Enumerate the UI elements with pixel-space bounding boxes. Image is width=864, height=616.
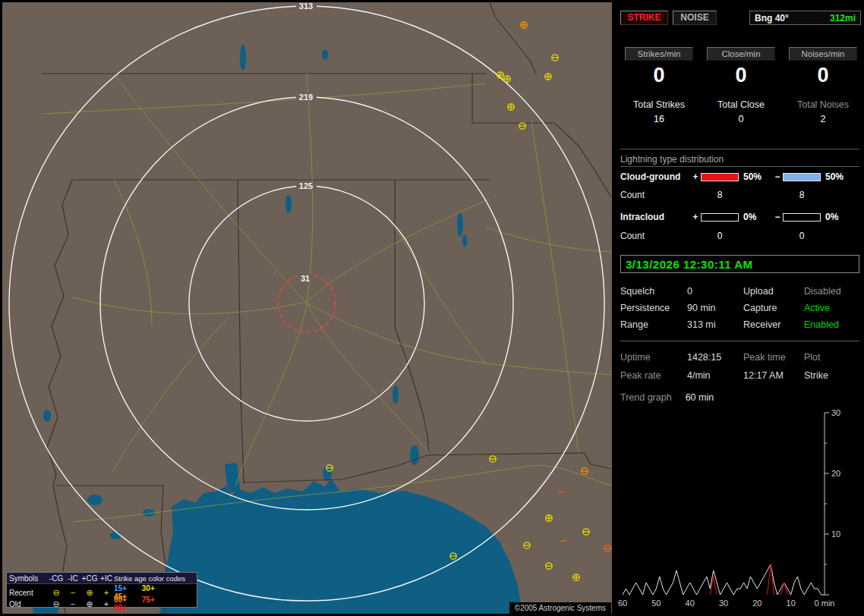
cg-pos-symbol-old-icon: ⊕ <box>80 600 99 608</box>
legend-old-label: Old <box>9 600 47 608</box>
trend-graph-header: Trend graph 60 min <box>620 392 714 403</box>
strike-marker <box>521 22 527 28</box>
ic-positive-pct: 0% <box>739 212 772 222</box>
total-close-label: Total Close <box>702 99 780 110</box>
strike-mode-button[interactable]: STRIKE <box>620 11 668 25</box>
minus-sign: − <box>772 171 783 182</box>
range-value: 313 mi <box>687 319 743 330</box>
plot-value: Strike <box>804 370 861 381</box>
upload-label: Upload <box>743 286 804 297</box>
cloud-ground-label: Cloud-ground <box>620 171 690 182</box>
svg-text:10: 10 <box>787 599 796 608</box>
trend-graph-label: Trend graph <box>620 392 672 403</box>
total-noises-label: Total Noises <box>784 99 862 110</box>
strikes-per-min-box: Strikes/min <box>625 47 693 61</box>
datetime-value: 3/13/2026 12:30:11 AM <box>626 258 753 271</box>
plot-label: Plot <box>804 352 861 363</box>
bearing-distance-value: 312mi <box>830 13 856 24</box>
datetime-display: 3/13/2026 12:30:11 AM <box>620 255 859 273</box>
ic-positive-count: 0 <box>701 231 739 241</box>
cg-negative-pct: 50% <box>821 171 851 182</box>
strike-marker <box>497 72 503 78</box>
plus-sign: + <box>690 212 701 222</box>
age-30: 30+ <box>142 584 168 592</box>
noises-per-min-value: 0 <box>784 64 862 87</box>
status-grid: Squelch 0 Upload Disabled Persistence 90… <box>620 286 861 330</box>
persistence-value: 90 min <box>687 303 743 313</box>
uptime-value: 1428:15 <box>687 352 743 363</box>
ic-pos-symbol-icon: + <box>99 589 114 597</box>
count-label: Count <box>620 190 690 200</box>
age-75: 75+ <box>142 596 168 604</box>
age-15: 15+ <box>114 584 140 592</box>
divider <box>620 149 859 149</box>
cloud-ground-row: Cloud-ground + 50% − 50% <box>620 171 851 182</box>
divider <box>620 166 859 167</box>
age-90: 90+ <box>114 604 140 612</box>
noises-per-min-box: Noises/min <box>789 47 857 61</box>
cg-positive-pct: 50% <box>739 171 772 182</box>
close-per-min-box: Close/min <box>707 47 775 61</box>
svg-text:50: 50 <box>651 599 661 608</box>
capture-label: Capture <box>743 303 804 313</box>
legend-recent-row: Recent ⊖ − ⊕ + 15+ 30+ 45+ <box>7 584 197 596</box>
legend-recent-label: Recent <box>9 589 47 597</box>
intracloud-label: Intracloud <box>620 212 690 222</box>
peak-time-value: 12:17 AM <box>743 370 804 381</box>
cg-pos-symbol-icon: ⊕ <box>80 589 99 597</box>
legend-header-row: Symbols -CG -IC +CG +IC Strike age color… <box>7 573 197 584</box>
control-panel: STRIKE NOISE Bng 40° 312mi Strikes/min C… <box>616 0 864 616</box>
rate-values: 0 0 0 <box>620 64 862 87</box>
svg-text:40: 40 <box>686 599 695 608</box>
peak-rate-value: 4/min <box>687 370 743 381</box>
strike-marker <box>546 515 552 521</box>
strike-marker <box>545 74 551 80</box>
cg-neg-symbol-icon: ⊖ <box>47 589 65 597</box>
peak-rate-label: Peak rate <box>620 370 687 381</box>
count-label: Count <box>620 231 690 241</box>
stormvue-window: 313 219 125 31 Symbols -CG -IC +CG +IC S… <box>0 0 864 616</box>
copyright-text: ©2005 Astrogenic Systems <box>509 602 611 614</box>
trend-window-value: 60 min <box>686 392 714 403</box>
ring-label-219: 219 <box>299 93 313 102</box>
distribution-title: Lightning type distribution <box>620 154 724 165</box>
receiver-value: Enabled <box>804 319 861 330</box>
cg-negative-bar <box>783 173 821 181</box>
svg-text:20: 20 <box>831 469 840 478</box>
cg-neg-symbol-old-icon: ⊖ <box>47 600 65 608</box>
noise-mode-button[interactable]: NOISE <box>673 11 717 25</box>
cloud-ground-count-row: Count 8 8 <box>620 190 851 200</box>
ic-negative-pct: 0% <box>821 212 851 222</box>
svg-text:30: 30 <box>719 599 728 608</box>
svg-text:30: 30 <box>831 408 840 417</box>
trend-graph: 1020306050403020100 min <box>618 407 861 610</box>
legend-symbols-header: Symbols <box>9 574 47 583</box>
total-strikes-label: Total Strikes <box>620 99 698 110</box>
intracloud-row: Intracloud + 0% − 0% <box>620 212 851 222</box>
minus-sign: − <box>772 212 783 222</box>
close-per-min-value: 0 <box>702 64 780 87</box>
age-60: 60+ <box>114 596 140 604</box>
ring-label-313: 313 <box>299 2 313 11</box>
total-strikes-value: 16 <box>620 114 698 124</box>
strike-marker <box>573 574 579 580</box>
total-values: 16 0 2 <box>620 114 862 124</box>
stats-grid: Uptime 1428:15 Peak time Plot Peak rate … <box>620 352 861 381</box>
strikes-per-min-value: 0 <box>620 64 698 87</box>
peak-time-label: Peak time <box>743 352 804 363</box>
bearing-value: Bng 40° <box>755 13 789 24</box>
capture-value: Active <box>804 303 861 313</box>
uptime-label: Uptime <box>620 352 687 363</box>
cg-positive-count: 8 <box>701 190 739 200</box>
squelch-label: Squelch <box>620 286 687 297</box>
svg-text:20: 20 <box>752 599 762 608</box>
ring-label-31: 31 <box>301 274 310 283</box>
ic-negative-bar <box>783 213 821 222</box>
lightning-map[interactable]: 313 219 125 31 Symbols -CG -IC +CG +IC S… <box>2 2 612 614</box>
ring-label-125: 125 <box>299 181 313 190</box>
bearing-range-display: Bng 40° 312mi <box>749 11 861 25</box>
plus-sign: + <box>690 171 701 182</box>
legend-old-ages: 60+ 75+ 90+ <box>114 596 194 612</box>
squelch-value: 0 <box>687 286 743 297</box>
legend-age-header: Strike age color codes <box>114 574 194 583</box>
